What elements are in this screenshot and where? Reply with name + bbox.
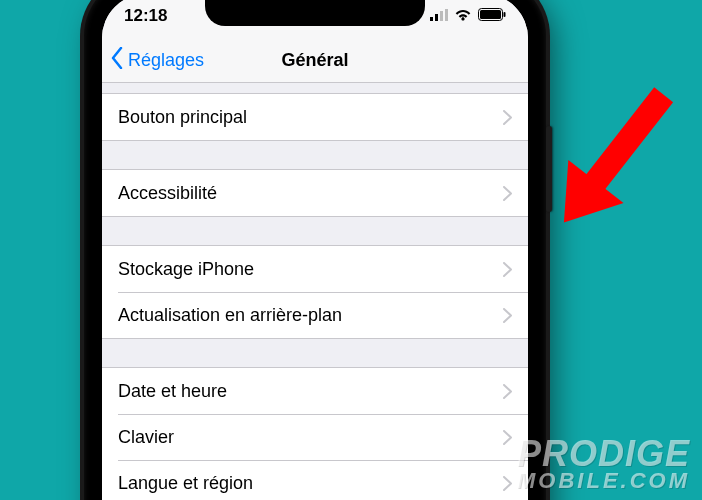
svg-rect-5 xyxy=(480,10,501,19)
chevron-right-icon xyxy=(503,262,512,277)
screen: 12:18 Réglages Général xyxy=(102,0,528,500)
back-button[interactable]: Réglages xyxy=(110,38,204,82)
svg-rect-6 xyxy=(504,12,506,17)
chevron-right-icon xyxy=(503,384,512,399)
chevron-left-icon xyxy=(110,47,124,74)
battery-icon xyxy=(478,6,506,26)
phone-frame: 12:18 Réglages Général xyxy=(84,0,546,500)
chevron-right-icon xyxy=(503,476,512,491)
status-time: 12:18 xyxy=(124,6,167,26)
settings-group: Bouton principal xyxy=(102,93,528,141)
svg-rect-2 xyxy=(440,11,443,21)
svg-rect-0 xyxy=(430,17,433,21)
chevron-right-icon xyxy=(503,186,512,201)
nav-bar: Réglages Général xyxy=(102,38,528,83)
notch xyxy=(205,0,425,26)
row-label: Stockage iPhone xyxy=(118,259,254,280)
svg-rect-1 xyxy=(435,14,438,21)
settings-table: Bouton principalAccessibilitéStockage iP… xyxy=(102,93,528,500)
chevron-right-icon xyxy=(503,110,512,125)
chevron-right-icon xyxy=(503,430,512,445)
watermark: PRODIGE MOBILE.COM xyxy=(517,437,690,492)
chevron-right-icon xyxy=(503,308,512,323)
row-label: Bouton principal xyxy=(118,107,247,128)
settings-group: Date et heureClavierLangue et région xyxy=(102,367,528,500)
annotation-arrow xyxy=(530,72,700,246)
watermark-line1: PRODIGE xyxy=(517,437,690,471)
row-label: Date et heure xyxy=(118,381,227,402)
settings-group: Accessibilité xyxy=(102,169,528,217)
side-button xyxy=(546,126,552,212)
svg-line-7 xyxy=(586,95,664,194)
wifi-icon xyxy=(454,6,472,26)
settings-row[interactable]: Langue et région xyxy=(102,460,528,500)
row-label: Actualisation en arrière-plan xyxy=(118,305,342,326)
row-label: Clavier xyxy=(118,427,174,448)
settings-row[interactable]: Accessibilité xyxy=(102,170,528,216)
settings-row[interactable]: Actualisation en arrière-plan xyxy=(102,292,528,338)
page-title: Général xyxy=(281,50,348,71)
svg-rect-3 xyxy=(445,9,448,21)
back-label: Réglages xyxy=(128,50,204,71)
settings-row[interactable]: Date et heure xyxy=(102,368,528,414)
settings-row[interactable]: Bouton principal xyxy=(102,94,528,140)
settings-row[interactable]: Clavier xyxy=(102,414,528,460)
row-label: Accessibilité xyxy=(118,183,217,204)
row-label: Langue et région xyxy=(118,473,253,494)
watermark-line2: MOBILE.COM xyxy=(517,471,690,492)
settings-group: Stockage iPhoneActualisation en arrière-… xyxy=(102,245,528,339)
cellular-icon xyxy=(430,6,448,26)
settings-row[interactable]: Stockage iPhone xyxy=(102,246,528,292)
